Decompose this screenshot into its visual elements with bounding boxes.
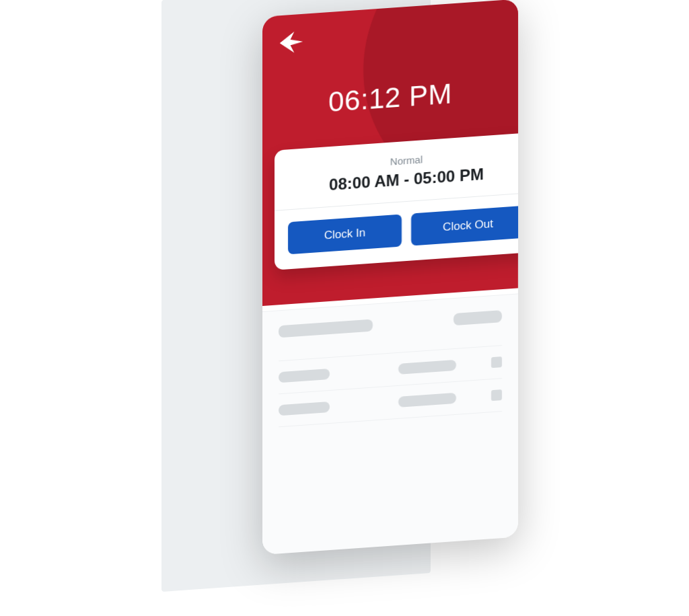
current-time: 06:12 PM <box>276 74 505 122</box>
clock-in-button[interactable]: Clock In <box>288 215 402 255</box>
placeholder-heading <box>279 319 373 338</box>
section-header <box>279 310 502 338</box>
arrow-logo-icon <box>276 47 307 61</box>
placeholder-checkbox <box>491 389 502 401</box>
placeholder-text <box>279 369 330 383</box>
placeholder-text <box>279 401 330 416</box>
shift-card: Normal 08:00 AM - 05:00 PM Clock In Cloc… <box>275 132 518 270</box>
app-body: 06:12 PM Normal 08:00 AM - 05:00 PM Cloc… <box>262 0 518 555</box>
placeholder-text <box>398 360 456 375</box>
app-logo <box>276 26 307 59</box>
content-area <box>262 293 518 555</box>
placeholder-action <box>454 310 502 325</box>
clock-out-button[interactable]: Clock Out <box>411 206 518 246</box>
placeholder-text <box>398 393 456 408</box>
placeholder-checkbox <box>491 356 502 368</box>
phone-frame: 06:12 PM Normal 08:00 AM - 05:00 PM Cloc… <box>262 0 518 555</box>
